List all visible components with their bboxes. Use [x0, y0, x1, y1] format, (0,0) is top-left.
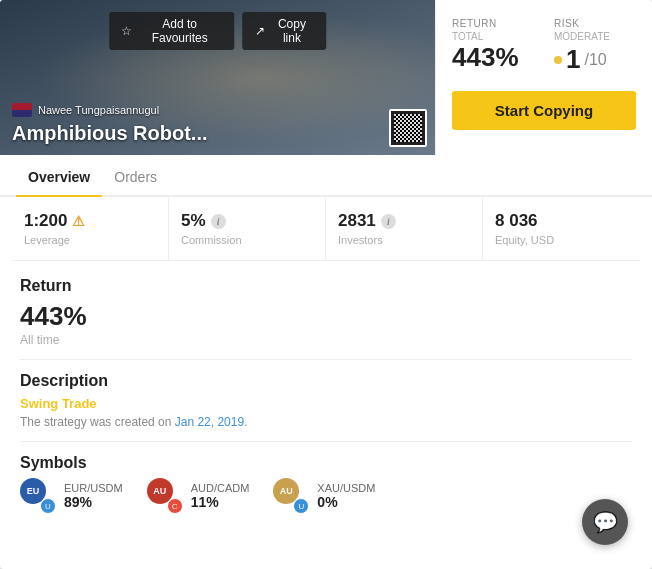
list-item: AU U XAU/USDM 0%: [273, 478, 375, 514]
main-content: Return 443% All time Description Swing T…: [0, 261, 652, 530]
risk-number: 1: [566, 44, 580, 75]
divider-1: [20, 359, 632, 360]
copy-link-label: Copy link: [270, 17, 315, 45]
return-section: Return 443% All time: [20, 277, 632, 347]
trader-flag: Nawee Tungpaisannugul: [12, 103, 159, 117]
investors-value: 2831 i: [338, 211, 470, 231]
equity-value: 8 036: [495, 211, 628, 231]
risk-stat: Risk MODERATE 1 /10: [554, 18, 636, 75]
description-text: The strategy was created on Jan 22, 2019…: [20, 415, 632, 429]
symbol-name-xau: XAU/USDM: [317, 482, 375, 494]
info-icon-investors[interactable]: i: [381, 214, 396, 229]
thailand-flag: [12, 103, 32, 117]
symbol-avatar-eur: EU U: [20, 478, 56, 514]
leverage-value: 1:200 ⚠: [24, 211, 156, 231]
tab-orders[interactable]: Orders: [102, 159, 169, 197]
risk-indicator: [554, 56, 562, 64]
symbol-info-xau: XAU/USDM 0%: [317, 482, 375, 510]
star-icon: ☆: [121, 24, 132, 38]
share-icon: ↗: [255, 24, 265, 38]
return-sublabel: TOTAL: [452, 31, 534, 42]
symbol-pct-eur: 89%: [64, 494, 123, 510]
qr-pattern: [394, 114, 422, 142]
hero-image: ☆ Add to Favourites ↗ Copy link Nawee Tu…: [0, 0, 435, 155]
symbols-list: EU U EUR/USDM 89% AU C AUD/CADM: [20, 478, 632, 514]
symbol-pct-aud: 11%: [191, 494, 250, 510]
hero-stats-panel: Return TOTAL 443% Risk MODERATE 1 /10 St…: [435, 0, 652, 155]
description-section: Description Swing Trade The strategy was…: [20, 372, 632, 429]
description-text-after: .: [244, 415, 247, 429]
warning-icon: ⚠: [72, 213, 85, 229]
symbols-section: Symbols EU U EUR/USDM 89% AU C: [20, 454, 632, 514]
return-section-period: All time: [20, 333, 632, 347]
equity-cell: 8 036 Equity, USD: [483, 197, 640, 260]
list-item: AU C AUD/CADM 11%: [147, 478, 250, 514]
leverage-cell: 1:200 ⚠ Leverage: [12, 197, 169, 260]
investors-cell: 2831 i Investors: [326, 197, 483, 260]
investors-label: Investors: [338, 234, 470, 246]
tab-overview[interactable]: Overview: [16, 159, 102, 197]
hero-action-bar: ☆ Add to Favourites ↗ Copy link: [109, 12, 327, 50]
add-favourites-button[interactable]: ☆ Add to Favourites: [109, 12, 235, 50]
description-title: Description: [20, 372, 632, 390]
symbol-name-aud: AUD/CADM: [191, 482, 250, 494]
symbols-title: Symbols: [20, 454, 632, 472]
description-text-before: The strategy was created on: [20, 415, 175, 429]
risk-sublabel: MODERATE: [554, 31, 636, 42]
leverage-label: Leverage: [24, 234, 156, 246]
symbol-badge-aud: C: [167, 498, 183, 514]
copy-link-button[interactable]: ↗ Copy link: [243, 12, 327, 50]
commission-label: Commission: [181, 234, 313, 246]
symbol-avatar-xau: AU U: [273, 478, 309, 514]
return-stat: Return TOTAL 443%: [452, 18, 534, 75]
equity-label: Equity, USD: [495, 234, 628, 246]
risk-value-row: 1 /10: [554, 44, 636, 75]
return-label: Return: [452, 18, 534, 29]
return-risk-row: Return TOTAL 443% Risk MODERATE 1 /10: [452, 18, 636, 75]
chat-button[interactable]: 💬: [582, 499, 628, 545]
return-section-title: Return: [20, 277, 632, 295]
symbol-info-eur: EUR/USDM 89%: [64, 482, 123, 510]
risk-label: Risk: [554, 18, 636, 29]
symbol-pct-xau: 0%: [317, 494, 375, 510]
creation-date-link[interactable]: Jan 22, 2019: [175, 415, 244, 429]
divider-2: [20, 441, 632, 442]
commission-cell: 5% i Commission: [169, 197, 326, 260]
metrics-grid: 1:200 ⚠ Leverage 5% i Commission 2831 i …: [12, 197, 640, 261]
add-favourites-label: Add to Favourites: [137, 17, 223, 45]
chat-icon: 💬: [593, 510, 618, 534]
qr-code: [389, 109, 427, 147]
return-section-value: 443%: [20, 301, 632, 332]
symbol-badge-eur: U: [40, 498, 56, 514]
hero-section: ☆ Add to Favourites ↗ Copy link Nawee Tu…: [0, 0, 652, 155]
tab-bar: Overview Orders: [0, 159, 652, 197]
trader-name: Nawee Tungpaisannugul: [38, 104, 159, 116]
risk-denominator: /10: [584, 51, 606, 69]
symbol-avatar-aud: AU C: [147, 478, 183, 514]
info-icon-commission[interactable]: i: [211, 214, 226, 229]
list-item: EU U EUR/USDM 89%: [20, 478, 123, 514]
commission-value: 5% i: [181, 211, 313, 231]
trading-card: ☆ Add to Favourites ↗ Copy link Nawee Tu…: [0, 0, 652, 569]
symbol-name-eur: EUR/USDM: [64, 482, 123, 494]
strategy-title: Amphibious Robot...: [12, 122, 208, 145]
return-value: 443%: [452, 42, 534, 73]
symbol-badge-xau: U: [293, 498, 309, 514]
start-copying-button[interactable]: Start Copying: [452, 91, 636, 130]
strategy-tag: Swing Trade: [20, 396, 632, 411]
symbol-info-aud: AUD/CADM 11%: [191, 482, 250, 510]
